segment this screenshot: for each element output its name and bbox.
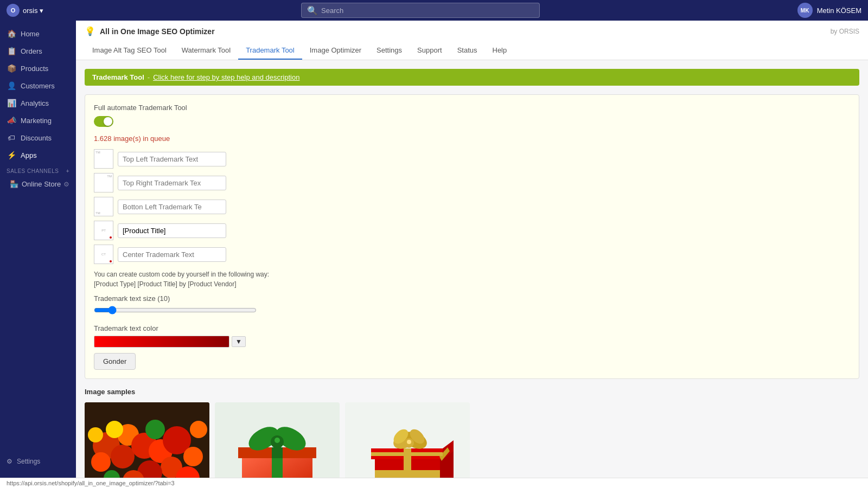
sidebar-item-customers[interactable]: 👤 Customers bbox=[0, 77, 76, 94]
submit-button[interactable]: Gonder bbox=[94, 353, 136, 370]
online-store-label: Online Store bbox=[22, 180, 61, 188]
customers-icon: 👤 bbox=[7, 81, 16, 90]
tab-status[interactable]: Status bbox=[450, 42, 485, 60]
svg-point-2 bbox=[111, 445, 135, 468]
app-title-row: 💡 All in One Image SEO Optimizer by ORSI… bbox=[85, 26, 859, 36]
sidebar-item-settings[interactable]: ⚙ Settings bbox=[0, 454, 76, 469]
banner-title: Trademark Tool bbox=[92, 73, 144, 81]
svg-point-27 bbox=[275, 438, 280, 443]
sidebar-item-marketing[interactable]: 📣 Marketing bbox=[0, 112, 76, 129]
svg-point-3 bbox=[91, 452, 111, 472]
settings-icon: ⚙ bbox=[7, 458, 12, 465]
sidebar-item-label: Products bbox=[21, 65, 48, 73]
marketing-icon: 📣 bbox=[7, 116, 16, 125]
search-input[interactable] bbox=[321, 7, 534, 15]
top-left-input[interactable] bbox=[118, 152, 226, 166]
custom-code-hint: You can create custom code by yourself i… bbox=[94, 269, 850, 289]
sidebar-item-apps[interactable]: ⚡ Apps bbox=[0, 146, 76, 164]
tab-help[interactable]: Help bbox=[485, 42, 515, 60]
tab-trademark[interactable]: Trademark Tool bbox=[238, 42, 302, 60]
color-dropdown-arrow[interactable]: ▼ bbox=[232, 336, 246, 347]
topbar-right: MK Metin KÖSEM bbox=[797, 3, 861, 18]
help-link[interactable]: Click here for step by step help and des… bbox=[153, 73, 299, 81]
size-label: Trademark text size (10) bbox=[94, 294, 850, 303]
sample-image-gift-red bbox=[345, 402, 470, 478]
color-bar bbox=[94, 336, 229, 348]
queue-count: 1.628 image(s) in queue bbox=[94, 134, 850, 143]
banner-separator: - bbox=[148, 73, 150, 81]
avatar[interactable]: MK bbox=[797, 3, 813, 18]
tab-image-alt[interactable]: Image Alt Tag SEO Tool bbox=[85, 42, 174, 60]
app-by-label: by ORSIS bbox=[831, 28, 859, 35]
app-title-text: All in One Image SEO Optimizer bbox=[100, 27, 215, 36]
sidebar-item-label: Analytics bbox=[21, 99, 49, 107]
store-name-text: orsis bbox=[23, 7, 37, 15]
tab-watermark[interactable]: Watermark Tool bbox=[174, 42, 238, 60]
trademark-preview-top-right: TM bbox=[94, 173, 113, 192]
trademark-preview-center: CT bbox=[94, 245, 113, 264]
sidebar-item-discounts[interactable]: 🏷 Discounts bbox=[0, 129, 76, 146]
product-title-input[interactable] bbox=[118, 223, 226, 238]
custom-code-line2: [Product Type] [Product Title] by [Produ… bbox=[94, 279, 850, 289]
tab-support[interactable]: Support bbox=[410, 42, 450, 60]
sidebar-item-label: Marketing bbox=[21, 117, 52, 125]
bottom-left-input[interactable] bbox=[118, 200, 226, 214]
sidebar-bottom: ⚙ Settings bbox=[0, 450, 76, 473]
discounts-icon: 🏷 bbox=[7, 133, 16, 142]
samples-title: Image samples bbox=[85, 388, 859, 396]
sidebar-item-analytics[interactable]: 📊 Analytics bbox=[0, 94, 76, 112]
trademark-row-center: CT bbox=[94, 245, 850, 264]
sidebar-item-label: Home bbox=[21, 30, 40, 38]
store-name[interactable]: orsis bbox=[23, 7, 43, 15]
top-right-input[interactable] bbox=[118, 176, 226, 190]
topbar-left: O orsis bbox=[7, 4, 43, 17]
online-store-settings-icon[interactable] bbox=[63, 181, 69, 188]
size-slider[interactable] bbox=[94, 306, 257, 314]
gift-green-svg bbox=[223, 405, 331, 478]
section-label: SALES CHANNELS bbox=[7, 168, 59, 174]
trademark-row-top-left: TM bbox=[94, 149, 850, 169]
tab-image-optimizer[interactable]: Image Optimizer bbox=[302, 42, 369, 60]
sidebar-item-home[interactable]: 🏠 Home bbox=[0, 25, 76, 42]
online-store-icon: 🏪 bbox=[10, 180, 18, 188]
center-input[interactable] bbox=[118, 247, 226, 262]
color-row: ▼ bbox=[94, 336, 850, 348]
image-samples-section: Image samples bbox=[85, 388, 859, 478]
search-bar[interactable]: 🔍 bbox=[301, 3, 540, 18]
search-icon: 🔍 bbox=[307, 5, 318, 16]
home-icon: 🏠 bbox=[7, 29, 16, 38]
svg-point-11 bbox=[183, 447, 203, 466]
gift-red-svg bbox=[353, 405, 462, 478]
svg-rect-35 bbox=[375, 470, 440, 478]
sidebar: 🏠 Home 📋 Orders 📦 Products 👤 Customers 📊… bbox=[0, 21, 76, 478]
sample-image-gift-green bbox=[215, 402, 340, 478]
trademark-tool-card: Full automate Trademark Tool 1.628 image… bbox=[85, 94, 859, 379]
apps-icon: ⚡ bbox=[7, 151, 16, 159]
add-sales-channel-icon[interactable] bbox=[66, 168, 69, 174]
tab-bar: Image Alt Tag SEO Tool Watermark Tool Tr… bbox=[85, 42, 859, 60]
automate-label: Full automate Trademark Tool bbox=[94, 104, 850, 112]
custom-code-line1: You can create custom code by yourself i… bbox=[94, 271, 269, 278]
tomatoes-svg bbox=[85, 402, 209, 478]
toggle-dot bbox=[104, 117, 112, 126]
trademark-row-product-title: PT bbox=[94, 221, 850, 240]
sample-image-tomatoes bbox=[85, 402, 209, 478]
svg-rect-23 bbox=[272, 447, 283, 458]
sidebar-item-orders[interactable]: 📋 Orders bbox=[0, 42, 76, 60]
tab-settings[interactable]: Settings bbox=[369, 42, 410, 60]
sidebar-item-label: Apps bbox=[21, 151, 37, 159]
svg-point-15 bbox=[88, 427, 103, 442]
automate-toggle[interactable] bbox=[94, 116, 113, 127]
color-label: Trademark text color bbox=[94, 324, 850, 332]
trademark-row-top-right: TM bbox=[94, 173, 850, 192]
user-name: Metin KÖSEM bbox=[817, 7, 861, 15]
sidebar-item-products[interactable]: 📦 Products bbox=[0, 60, 76, 77]
trademark-preview-top-left: TM bbox=[94, 149, 113, 169]
sidebar-item-label: Orders bbox=[21, 47, 42, 55]
store-logo: O bbox=[7, 4, 20, 17]
sidebar-item-online-store[interactable]: 🏪 Online Store bbox=[0, 176, 76, 192]
sidebar-item-label: Customers bbox=[21, 82, 55, 90]
app-header: 💡 All in One Image SEO Optimizer by ORSI… bbox=[76, 21, 868, 60]
store-dropdown-icon[interactable] bbox=[40, 7, 43, 15]
products-icon: 📦 bbox=[7, 64, 16, 73]
